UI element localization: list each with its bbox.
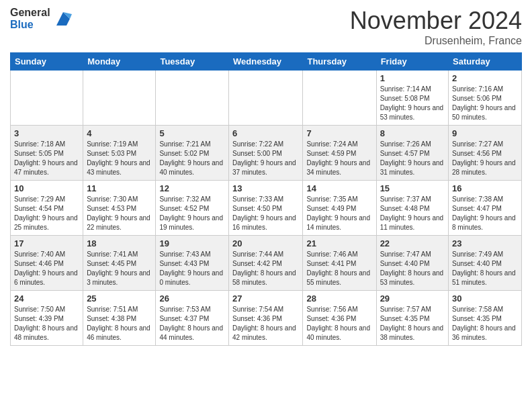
day-info: Sunrise: 7:22 AM Sunset: 5:00 PM Dayligh… — [232, 140, 299, 177]
day-number: 17 — [14, 238, 79, 248]
table-cell: 25Sunrise: 7:51 AM Sunset: 4:38 PM Dayli… — [83, 291, 156, 346]
day-info: Sunrise: 7:46 AM Sunset: 4:41 PM Dayligh… — [306, 250, 372, 287]
day-info: Sunrise: 7:19 AM Sunset: 5:03 PM Dayligh… — [87, 140, 152, 177]
day-number: 4 — [87, 128, 152, 138]
day-info: Sunrise: 7:37 AM Sunset: 4:48 PM Dayligh… — [380, 195, 445, 232]
table-cell: 29Sunrise: 7:57 AM Sunset: 4:35 PM Dayli… — [376, 291, 448, 346]
table-cell: 17Sunrise: 7:40 AM Sunset: 4:46 PM Dayli… — [11, 236, 83, 291]
week-row-3: 10Sunrise: 7:29 AM Sunset: 4:54 PM Dayli… — [11, 181, 522, 236]
day-number: 24 — [14, 293, 79, 304]
logo-general: General — [10, 7, 50, 19]
table-cell: 8Sunrise: 7:26 AM Sunset: 4:57 PM Daylig… — [376, 126, 448, 181]
day-number: 19 — [159, 238, 225, 248]
day-number: 9 — [452, 128, 518, 138]
day-info: Sunrise: 7:27 AM Sunset: 4:56 PM Dayligh… — [452, 140, 518, 177]
day-number: 2 — [452, 73, 518, 83]
day-info: Sunrise: 7:54 AM Sunset: 4:36 PM Dayligh… — [232, 305, 299, 342]
day-number: 13 — [232, 183, 299, 193]
table-cell: 1Sunrise: 7:14 AM Sunset: 5:08 PM Daylig… — [376, 71, 448, 126]
table-cell: 11Sunrise: 7:30 AM Sunset: 4:53 PM Dayli… — [83, 181, 156, 236]
table-cell: 30Sunrise: 7:58 AM Sunset: 4:35 PM Dayli… — [449, 291, 522, 346]
day-info: Sunrise: 7:18 AM Sunset: 5:05 PM Dayligh… — [14, 140, 79, 177]
day-info: Sunrise: 7:49 AM Sunset: 4:40 PM Dayligh… — [452, 250, 518, 287]
table-cell: 12Sunrise: 7:32 AM Sunset: 4:52 PM Dayli… — [156, 181, 229, 236]
day-info: Sunrise: 7:32 AM Sunset: 4:52 PM Dayligh… — [159, 195, 225, 232]
table-cell: 2Sunrise: 7:16 AM Sunset: 5:06 PM Daylig… — [449, 71, 522, 126]
day-info: Sunrise: 7:35 AM Sunset: 4:49 PM Dayligh… — [306, 195, 372, 232]
day-info: Sunrise: 7:41 AM Sunset: 4:45 PM Dayligh… — [87, 250, 152, 287]
table-cell: 24Sunrise: 7:50 AM Sunset: 4:39 PM Dayli… — [11, 291, 83, 346]
table-cell: 19Sunrise: 7:43 AM Sunset: 4:43 PM Dayli… — [156, 236, 229, 291]
month-title: November 2024 — [350, 7, 522, 35]
header-thursday: Thursday — [303, 53, 376, 71]
header-monday: Monday — [83, 53, 156, 71]
table-cell: 21Sunrise: 7:46 AM Sunset: 4:41 PM Dayli… — [303, 236, 376, 291]
table-cell — [303, 71, 376, 126]
week-row-4: 17Sunrise: 7:40 AM Sunset: 4:46 PM Dayli… — [11, 236, 522, 291]
day-number: 15 — [380, 183, 445, 193]
page-container: General Blue November 2024 Drusenheim, F… — [0, 0, 532, 353]
table-cell: 10Sunrise: 7:29 AM Sunset: 4:54 PM Dayli… — [11, 181, 83, 236]
day-number: 25 — [87, 293, 152, 304]
logo-icon — [53, 9, 73, 29]
day-number: 7 — [306, 128, 372, 138]
day-info: Sunrise: 7:16 AM Sunset: 5:06 PM Dayligh… — [452, 85, 518, 122]
logo-blue: Blue — [10, 19, 50, 31]
day-number: 16 — [452, 183, 518, 193]
day-info: Sunrise: 7:38 AM Sunset: 4:47 PM Dayligh… — [452, 195, 518, 232]
page-header: General Blue November 2024 Drusenheim, F… — [10, 7, 522, 47]
day-number: 5 — [159, 128, 225, 138]
day-number: 14 — [306, 183, 372, 193]
table-cell: 6Sunrise: 7:22 AM Sunset: 5:00 PM Daylig… — [229, 126, 303, 181]
week-row-1: 1Sunrise: 7:14 AM Sunset: 5:08 PM Daylig… — [11, 71, 522, 126]
day-number: 6 — [232, 128, 299, 138]
table-cell: 7Sunrise: 7:24 AM Sunset: 4:59 PM Daylig… — [303, 126, 376, 181]
table-cell: 16Sunrise: 7:38 AM Sunset: 4:47 PM Dayli… — [449, 181, 522, 236]
day-number: 8 — [380, 128, 445, 138]
day-number: 30 — [452, 293, 518, 304]
day-info: Sunrise: 7:14 AM Sunset: 5:08 PM Dayligh… — [380, 85, 445, 122]
table-cell: 13Sunrise: 7:33 AM Sunset: 4:50 PM Dayli… — [229, 181, 303, 236]
header-saturday: Saturday — [449, 53, 522, 71]
table-cell — [229, 71, 303, 126]
day-info: Sunrise: 7:58 AM Sunset: 4:35 PM Dayligh… — [452, 305, 518, 342]
table-cell — [83, 71, 156, 126]
header-tuesday: Tuesday — [156, 53, 229, 71]
day-info: Sunrise: 7:43 AM Sunset: 4:43 PM Dayligh… — [159, 250, 225, 287]
table-cell: 5Sunrise: 7:21 AM Sunset: 5:02 PM Daylig… — [156, 126, 229, 181]
day-number: 23 — [452, 238, 518, 248]
day-info: Sunrise: 7:40 AM Sunset: 4:46 PM Dayligh… — [14, 250, 79, 287]
location: Drusenheim, France — [350, 35, 522, 47]
header-sunday: Sunday — [11, 53, 83, 71]
day-info: Sunrise: 7:56 AM Sunset: 4:36 PM Dayligh… — [306, 305, 372, 342]
day-number: 1 — [380, 73, 445, 83]
day-number: 22 — [380, 238, 445, 248]
day-number: 21 — [306, 238, 372, 248]
day-info: Sunrise: 7:50 AM Sunset: 4:39 PM Dayligh… — [14, 305, 79, 342]
day-number: 27 — [232, 293, 299, 304]
table-cell: 20Sunrise: 7:44 AM Sunset: 4:42 PM Dayli… — [229, 236, 303, 291]
week-row-5: 24Sunrise: 7:50 AM Sunset: 4:39 PM Dayli… — [11, 291, 522, 346]
day-info: Sunrise: 7:57 AM Sunset: 4:35 PM Dayligh… — [380, 305, 445, 342]
day-number: 20 — [232, 238, 299, 248]
week-row-2: 3Sunrise: 7:18 AM Sunset: 5:05 PM Daylig… — [11, 126, 522, 181]
day-info: Sunrise: 7:44 AM Sunset: 4:42 PM Dayligh… — [232, 250, 299, 287]
table-cell: 26Sunrise: 7:53 AM Sunset: 4:37 PM Dayli… — [156, 291, 229, 346]
day-number: 3 — [14, 128, 79, 138]
day-number: 12 — [159, 183, 225, 193]
day-number: 26 — [159, 293, 225, 304]
table-cell: 4Sunrise: 7:19 AM Sunset: 5:03 PM Daylig… — [83, 126, 156, 181]
header-friday: Friday — [376, 53, 448, 71]
day-info: Sunrise: 7:26 AM Sunset: 4:57 PM Dayligh… — [380, 140, 445, 177]
day-number: 28 — [306, 293, 372, 304]
table-cell: 22Sunrise: 7:47 AM Sunset: 4:40 PM Dayli… — [376, 236, 448, 291]
table-cell: 9Sunrise: 7:27 AM Sunset: 4:56 PM Daylig… — [449, 126, 522, 181]
day-number: 10 — [14, 183, 79, 193]
day-info: Sunrise: 7:24 AM Sunset: 4:59 PM Dayligh… — [306, 140, 372, 177]
day-info: Sunrise: 7:47 AM Sunset: 4:40 PM Dayligh… — [380, 250, 445, 287]
day-info: Sunrise: 7:29 AM Sunset: 4:54 PM Dayligh… — [14, 195, 79, 232]
table-cell — [156, 71, 229, 126]
day-info: Sunrise: 7:30 AM Sunset: 4:53 PM Dayligh… — [87, 195, 152, 232]
table-cell — [11, 71, 83, 126]
table-cell: 14Sunrise: 7:35 AM Sunset: 4:49 PM Dayli… — [303, 181, 376, 236]
